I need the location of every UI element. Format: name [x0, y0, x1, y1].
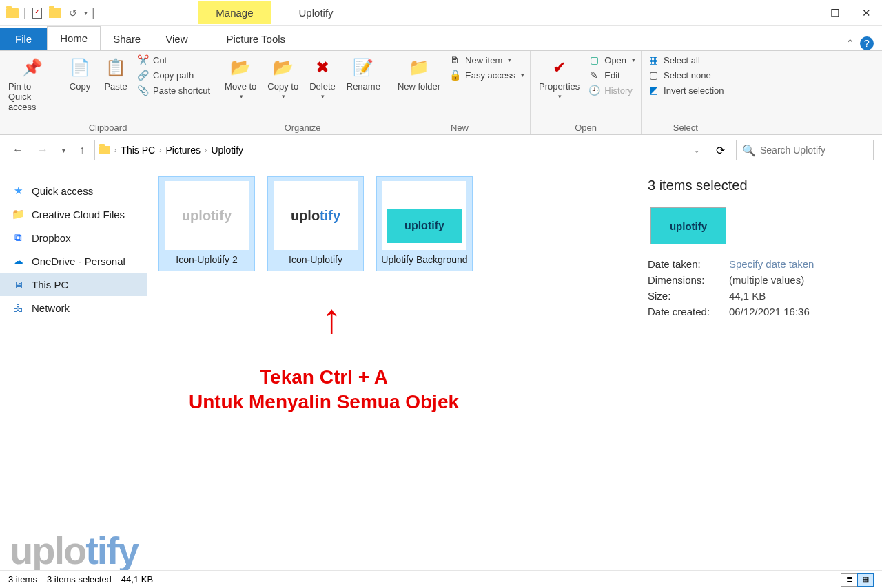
- select-all-button[interactable]: ▦Select all: [647, 54, 724, 66]
- properties-button[interactable]: ✔Properties: [536, 52, 582, 100]
- file-item[interactable]: uplotify Icon-Uplotify: [267, 176, 364, 271]
- prop-val[interactable]: Specify date taken: [729, 258, 814, 270]
- prop-key: Size:: [648, 290, 717, 302]
- rename-button[interactable]: 📝Rename: [344, 52, 383, 92]
- sidebar-item-this-pc[interactable]: 🖥This PC: [0, 273, 147, 296]
- sidebar-item-quick-access[interactable]: ★Quick access: [0, 179, 147, 202]
- search-input[interactable]: [760, 145, 881, 156]
- refresh-button[interactable]: ⟳: [710, 140, 730, 160]
- prop-val: 06/12/2021 16:36: [729, 306, 810, 317]
- pin-quick-access-button[interactable]: 📌 Pin to Quick access: [6, 52, 59, 112]
- sidebar-label: Dropbox: [32, 232, 71, 244]
- thumbnail: uplotify: [274, 181, 358, 250]
- edit-button[interactable]: ✎Edit: [588, 69, 635, 81]
- path-icon: 🔗: [136, 69, 149, 81]
- history-button[interactable]: 🕘History: [588, 84, 635, 96]
- select-all-label: Select all: [664, 55, 700, 65]
- sidebar-item-network[interactable]: 🖧Network: [0, 296, 147, 319]
- copy-path-label: Copy path: [153, 70, 194, 81]
- help-icon[interactable]: ?: [860, 36, 874, 50]
- delete-label: Delete: [309, 81, 336, 92]
- back-button[interactable]: ←: [8, 141, 28, 159]
- sidebar-label: Network: [32, 302, 70, 314]
- maximize-button[interactable]: ☐: [819, 0, 850, 26]
- open-button[interactable]: ▢Open: [588, 54, 635, 66]
- new-item-label: New item: [465, 55, 502, 65]
- new-folder-label: New folder: [398, 81, 440, 92]
- details-view-button[interactable]: ≣: [841, 573, 857, 587]
- paste-shortcut-button[interactable]: 📎Paste shortcut: [136, 84, 210, 96]
- content-area: ★Quick access 📁Creative Cloud Files ⧉Dro…: [0, 165, 882, 570]
- forward-button[interactable]: →: [33, 141, 52, 159]
- easy-access-label: Easy access: [465, 70, 515, 81]
- tab-picture-tools[interactable]: Picture Tools: [214, 28, 298, 50]
- address-bar[interactable]: › This PC › Pictures › Uplotify ⌄: [94, 140, 704, 160]
- thumbnails-view-button[interactable]: ▦: [857, 573, 874, 587]
- context-tab-manage[interactable]: Manage: [198, 1, 271, 24]
- shortcut-icon: 📎: [136, 84, 149, 96]
- file-name: Icon-Uplotify: [289, 254, 342, 265]
- paste-button[interactable]: 📋 Paste: [101, 52, 131, 92]
- window-title: Uplotify: [299, 7, 334, 19]
- invert-icon: ◩: [647, 84, 659, 96]
- move-label: Move to: [225, 81, 256, 92]
- file-item[interactable]: uplotify Uplotify Background: [376, 176, 473, 271]
- cut-button[interactable]: ✂️Cut: [136, 54, 210, 66]
- ribbon-tabs: File Home Share View Picture Tools ⌃ ?: [0, 26, 882, 51]
- file-item[interactable]: uplotify Icon-Uplotify 2: [158, 176, 255, 271]
- chevron-right-icon: ›: [205, 147, 207, 154]
- group-open-label: Open: [536, 123, 635, 134]
- recent-dropdown[interactable]: ▾: [58, 144, 70, 157]
- qat-dropdown[interactable]: ▾: [84, 9, 88, 17]
- new-item-icon: 🗎: [449, 54, 461, 66]
- properties-icon: ✔: [547, 55, 572, 80]
- preview-thumbnail: uplotify: [650, 207, 726, 244]
- paste-shortcut-label: Paste shortcut: [153, 85, 210, 96]
- address-dropdown[interactable]: ⌄: [694, 147, 699, 154]
- sidebar-item-onedrive[interactable]: ☁OneDrive - Personal: [0, 249, 147, 273]
- copy-button[interactable]: 📄 Copy: [65, 52, 95, 92]
- new-folder-icon: 📁: [407, 55, 431, 80]
- sidebar-label: This PC: [32, 279, 68, 291]
- breadcrumb-pictures[interactable]: Pictures: [165, 145, 201, 156]
- file-list[interactable]: uplotify Icon-Uplotify 2 uplotify Icon-U…: [147, 165, 648, 570]
- collapse-ribbon-icon[interactable]: ⌃: [845, 37, 854, 50]
- tab-share[interactable]: Share: [101, 28, 153, 50]
- prop-val: (multiple values): [729, 274, 804, 286]
- tab-home[interactable]: Home: [47, 26, 101, 50]
- breadcrumb-uplotify[interactable]: Uplotify: [211, 145, 243, 156]
- edit-icon: ✎: [588, 69, 600, 81]
- easy-access-icon: 🔓: [449, 69, 461, 81]
- cloud-icon: ☁: [11, 255, 25, 267]
- select-none-icon: ▢: [647, 69, 659, 81]
- select-none-button[interactable]: ▢Select none: [647, 69, 724, 81]
- undo-qat-button[interactable]: ↺: [66, 6, 80, 20]
- minimize-button[interactable]: —: [787, 0, 819, 26]
- pin-icon: 📌: [20, 55, 45, 80]
- new-folder-qat-button[interactable]: [48, 6, 62, 20]
- tab-view[interactable]: View: [153, 28, 200, 50]
- easy-access-button[interactable]: 🔓Easy access: [449, 69, 524, 81]
- copy-path-button[interactable]: 🔗Copy path: [136, 69, 210, 81]
- breadcrumb-this-pc[interactable]: This PC: [121, 145, 155, 156]
- properties-qat-button[interactable]: [30, 6, 44, 20]
- copy-to-button[interactable]: 📂Copy to: [265, 52, 301, 100]
- delete-button[interactable]: ✖Delete: [307, 52, 338, 100]
- invert-selection-button[interactable]: ◩Invert selection: [647, 84, 724, 96]
- details-heading: 3 items selected: [648, 178, 864, 193]
- sidebar-item-creative-cloud[interactable]: 📁Creative Cloud Files: [0, 202, 147, 226]
- search-box[interactable]: 🔍: [736, 140, 874, 160]
- navigation-row: ← → ▾ ↑ › This PC › Pictures › Uplotify …: [0, 135, 882, 165]
- new-item-button[interactable]: 🗎New item: [449, 54, 524, 66]
- move-icon: 📂: [228, 55, 253, 80]
- close-button[interactable]: ✕: [850, 0, 882, 26]
- copy-icon: 📄: [68, 55, 92, 80]
- history-label: History: [604, 85, 632, 96]
- sidebar-item-dropbox[interactable]: ⧉Dropbox: [0, 226, 147, 249]
- up-button[interactable]: ↑: [75, 141, 89, 159]
- new-folder-button[interactable]: 📁New folder: [395, 52, 443, 92]
- tab-file[interactable]: File: [0, 28, 47, 50]
- move-to-button[interactable]: 📂Move to: [222, 52, 259, 100]
- prop-val: 44,1 KB: [729, 290, 766, 302]
- navigation-pane: ★Quick access 📁Creative Cloud Files ⧉Dro…: [0, 165, 147, 570]
